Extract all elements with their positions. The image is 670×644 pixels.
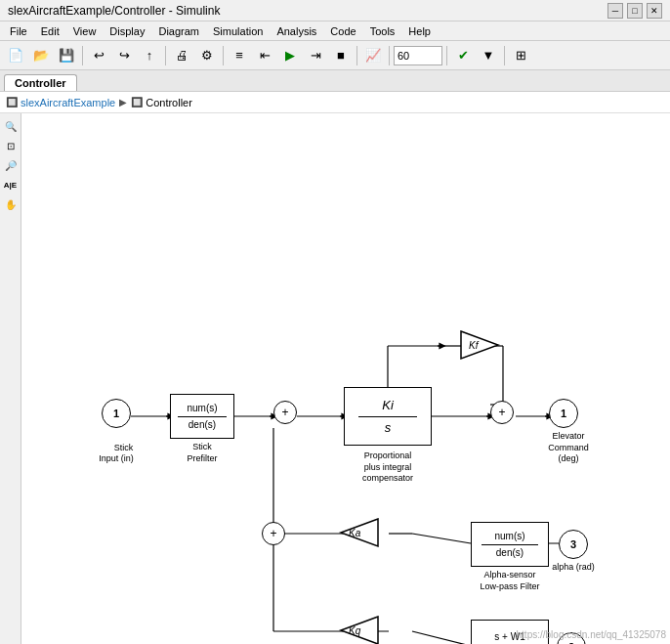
- sep3: [223, 46, 224, 65]
- sum1-block[interactable]: +: [273, 401, 297, 424]
- alpha-sensor-num: num(s): [494, 530, 524, 543]
- grid-button[interactable]: ⊞: [509, 44, 532, 67]
- redo-button[interactable]: ↪: [112, 44, 136, 67]
- scope-button[interactable]: 📈: [361, 44, 385, 67]
- stick-prefilter-block[interactable]: num(s) den(s): [170, 394, 234, 439]
- check-button[interactable]: ✔: [451, 44, 475, 67]
- alpha-input-block[interactable]: 3: [559, 530, 588, 559]
- svg-line-14: [412, 534, 471, 543]
- sep4: [356, 46, 357, 65]
- undo-button[interactable]: ↩: [87, 44, 110, 67]
- prefilter-den: den(s): [188, 418, 216, 432]
- ka-block[interactable]: Ka: [344, 520, 375, 547]
- prefilter-num: num(s): [187, 402, 217, 415]
- lib-button[interactable]: ≡: [228, 44, 251, 67]
- menu-code[interactable]: Code: [324, 24, 361, 38]
- sep2: [165, 46, 166, 65]
- breadcrumb: 🔲 slexAircraftExample ▶ 🔲 Controller: [0, 92, 670, 113]
- svg-text:Kq: Kq: [349, 625, 361, 636]
- stop-button[interactable]: ■: [329, 44, 353, 67]
- menu-file[interactable]: File: [4, 24, 33, 38]
- breadcrumb-separator: ▶: [119, 97, 127, 107]
- svg-marker-30: [461, 331, 498, 359]
- title-text: slexAircraftExample/Controller - Simulin…: [8, 4, 220, 18]
- pi-denominator: s: [385, 418, 392, 438]
- extra-button[interactable]: ▼: [477, 44, 500, 67]
- new-button[interactable]: 📄: [4, 44, 27, 67]
- sep5: [389, 46, 390, 65]
- alpha-input-label: 3: [570, 538, 576, 550]
- tab-bar: Controller: [0, 70, 670, 92]
- breadcrumb-root[interactable]: slexAircraftExample: [21, 97, 115, 108]
- sum3-block[interactable]: +: [262, 522, 285, 545]
- minimize-button[interactable]: ─: [607, 3, 623, 19]
- title-bar-controls: ─ □ ✕: [607, 3, 662, 19]
- open-button[interactable]: 📂: [29, 44, 53, 67]
- main-area: 🔍 ⊡ 🔎 A|E ✋: [0, 113, 670, 644]
- title-bar: slexAircraftExample/Controller - Simulin…: [0, 0, 670, 21]
- sep6: [446, 46, 447, 65]
- step-fwd-button[interactable]: ⇥: [304, 44, 327, 67]
- sep7: [504, 46, 505, 65]
- pi-block[interactable]: Ki s: [344, 387, 432, 446]
- stick-input-sublabel: Stick Input (in): [88, 431, 145, 477]
- step-back-button[interactable]: ⇤: [253, 44, 276, 67]
- menu-bar: File Edit View Display Diagram Simulatio…: [0, 21, 670, 41]
- save-button[interactable]: 💾: [55, 44, 78, 67]
- breadcrumb-current-icon: 🔲: [131, 97, 143, 107]
- close-button[interactable]: ✕: [647, 3, 662, 19]
- stick-input-label: 1: [113, 408, 119, 419]
- left-toolbar: 🔍 ⊡ 🔎 A|E ✋: [0, 113, 21, 644]
- stick-input-block[interactable]: 1: [102, 399, 131, 428]
- controller-tab[interactable]: Controller: [4, 74, 77, 91]
- menu-display[interactable]: Display: [104, 24, 150, 38]
- menu-tools[interactable]: Tools: [364, 24, 401, 38]
- svg-text:Ka: Ka: [349, 528, 361, 538]
- alpha-sensor-den: den(s): [496, 546, 523, 560]
- svg-line-16: [412, 631, 471, 644]
- play-button[interactable]: ▶: [278, 44, 302, 67]
- menu-view[interactable]: View: [67, 24, 103, 38]
- elevator-sublabel: ElevatorCommand (deg): [539, 431, 598, 465]
- canvas[interactable]: 1 Stick Input (in) num(s) den(s) StickPr…: [21, 113, 670, 644]
- maximize-button[interactable]: □: [627, 3, 643, 19]
- print-button[interactable]: 🖨: [170, 44, 193, 67]
- prefilter-label: StickPrefilter: [170, 442, 234, 464]
- breadcrumb-current: Controller: [146, 97, 192, 108]
- svg-text:Kf: Kf: [469, 340, 480, 351]
- zoom-out-button[interactable]: 🔎: [2, 156, 20, 174]
- pi-numerator: Ki: [382, 396, 394, 415]
- up-button[interactable]: ↑: [138, 44, 161, 67]
- sep1: [82, 46, 83, 65]
- menu-analysis[interactable]: Analysis: [271, 24, 322, 38]
- menu-edit[interactable]: Edit: [35, 24, 65, 38]
- menu-simulation[interactable]: Simulation: [207, 24, 269, 38]
- watermark: https://blog.csdn.net/qq_41325078: [517, 629, 666, 640]
- elevator-output-block[interactable]: 1: [549, 399, 578, 428]
- menu-help[interactable]: Help: [402, 24, 437, 38]
- toolbar: 📄 📂 💾 ↩ ↪ ↑ 🖨 ⚙ ≡ ⇤ ▶ ⇥ ■ 📈 ✔ ▼ ⊞: [0, 41, 670, 70]
- breadcrumb-icon: 🔲: [6, 97, 18, 107]
- kq-block[interactable]: Kq: [344, 618, 375, 644]
- kf-block[interactable]: Kf: [464, 332, 495, 360]
- sum2-block[interactable]: +: [490, 401, 514, 424]
- pi-label: Proportionalplus integralcompensator: [329, 451, 446, 485]
- elevator-label: 1: [561, 408, 566, 419]
- zoom-in-button[interactable]: 🔍: [2, 117, 20, 135]
- alpha-input-sublabel: alpha (rad): [549, 562, 598, 574]
- settings-button[interactable]: ⚙: [195, 44, 219, 67]
- time-input[interactable]: [394, 46, 442, 65]
- text-button[interactable]: A|E: [2, 176, 20, 193]
- alpha-sensor-block[interactable]: num(s) den(s): [471, 522, 549, 567]
- menu-diagram[interactable]: Diagram: [152, 24, 205, 38]
- zoom-fit-button[interactable]: ⊡: [2, 137, 20, 154]
- hand-button[interactable]: ✋: [2, 195, 20, 213]
- alpha-sensor-label: Alpha-sensorLow-pass Filter: [465, 570, 555, 592]
